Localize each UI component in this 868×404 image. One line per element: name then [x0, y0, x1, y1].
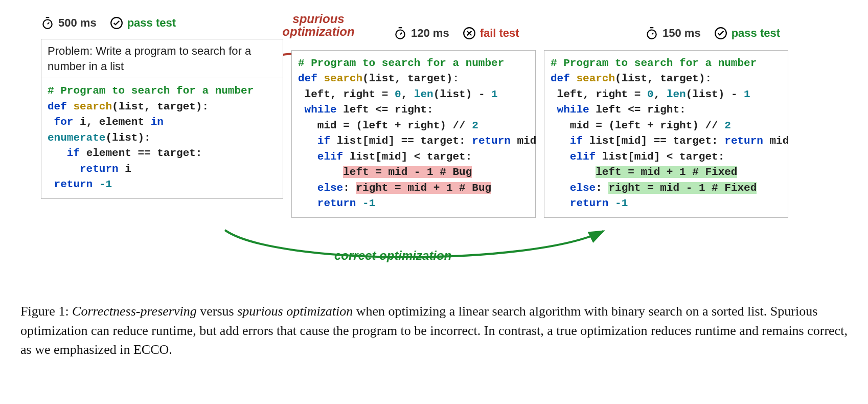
svg-point-11: [647, 30, 656, 39]
x-circle-icon: [463, 27, 476, 40]
check-circle-icon: [714, 27, 727, 40]
badges-left: 500 ms pass test: [41, 16, 176, 30]
stopwatch-icon: [41, 16, 54, 30]
fix-line-2: right = mid - 1 # Fixed: [608, 182, 757, 194]
time-left: 500 ms: [58, 16, 97, 30]
code-original: # Program to search for a number def sea…: [41, 78, 283, 198]
time-right: 150 ms: [663, 27, 701, 40]
label-spurious: spurious optimization: [275, 12, 362, 38]
bug-line-2: right = mid + 1 # Bug: [356, 182, 491, 194]
fix-line-1: left = mid + 1 # Fixed: [596, 166, 737, 178]
caption-em1: Correctness-preserving: [72, 304, 197, 319]
panel-spurious: # Program to search for a number def sea…: [291, 50, 536, 218]
stopwatch-icon: [394, 27, 407, 40]
problem-statement: Problem: Write a program to search for a…: [41, 39, 283, 78]
figure-area: 500 ms pass test 120 ms fail test 150 ms…: [20, 10, 848, 261]
panel-correct: # Program to search for a number def sea…: [544, 50, 788, 218]
bug-line-1: left = mid - 1 # Bug: [343, 166, 472, 178]
caption-em2: spurious optimization: [237, 304, 353, 319]
time-mid: 120 ms: [411, 27, 449, 40]
check-circle-icon: [110, 16, 123, 30]
label-correct: correct optimization: [331, 249, 454, 263]
label-spurious-line2: optimization: [275, 25, 362, 38]
svg-line-6: [400, 33, 402, 34]
caption-mid1: versus: [197, 304, 237, 319]
status-mid: fail test: [480, 27, 519, 40]
figure-caption: Figure 1: Correctness-preserving versus …: [20, 302, 848, 360]
svg-point-1: [43, 20, 52, 29]
badges-mid: 120 ms fail test: [394, 27, 519, 40]
svg-line-2: [48, 23, 49, 24]
code-spurious: # Program to search for a number def sea…: [292, 51, 535, 217]
stopwatch-icon: [645, 27, 658, 40]
panel-original: Problem: Write a program to search for a…: [41, 39, 283, 199]
code-correct: # Program to search for a number def sea…: [544, 51, 788, 217]
arrow-correct-icon: [215, 225, 613, 271]
status-right: pass test: [732, 27, 780, 40]
status-left: pass test: [127, 16, 176, 30]
badges-right: 150 ms pass test: [645, 27, 780, 40]
label-spurious-line1: spurious: [275, 12, 362, 25]
caption-label: Figure 1:: [20, 304, 72, 319]
svg-line-12: [652, 33, 653, 34]
svg-point-5: [396, 30, 404, 39]
